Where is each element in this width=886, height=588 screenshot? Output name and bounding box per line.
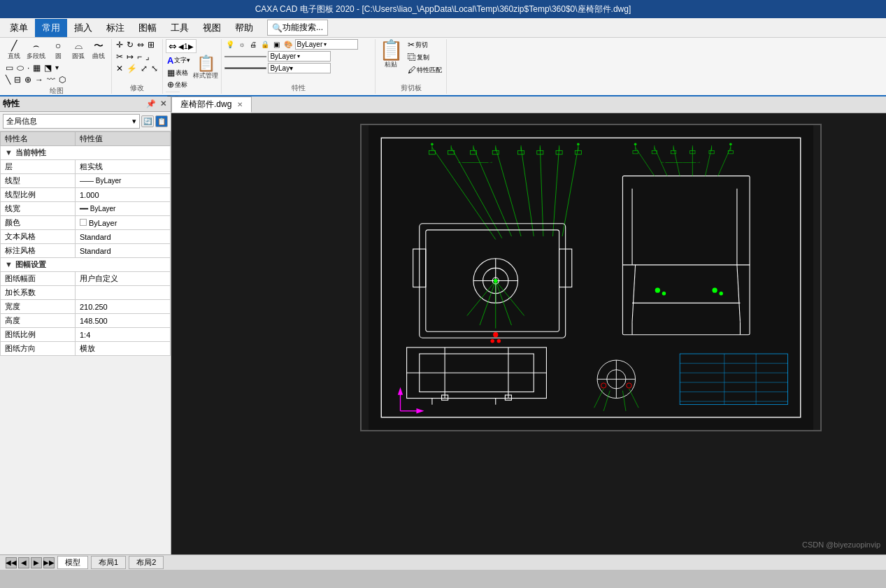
layout-tab-model[interactable]: 模型 [57,556,88,569]
tool-copy[interactable]: ⿻ 复制 [406,52,443,63]
nav-first[interactable]: ◀◀ [6,557,17,568]
layout-tab-1[interactable]: 布局1 [91,556,126,569]
properties-group-label: 特性 [224,83,372,94]
tool-move[interactable]: ✛ [115,39,124,50]
status-bar: ◀◀ ◀ ▶ ▶▶ 模型 布局1 布局2 [0,554,886,570]
cad-canvas[interactable]: ←——————→ ←———————→ [360,124,822,431]
prop-val-linetype[interactable]: —— ByLayer [75,174,170,188]
menu-item-menu[interactable]: 菜单 [3,19,35,37]
tool-center[interactable]: ⊕ [23,74,33,85]
tool-rotate[interactable]: ↻ [125,39,135,50]
tool-delete[interactable]: ✕ [115,63,124,74]
tool-style-manage[interactable]: 📋 样式管理 [193,55,218,82]
tool-trim[interactable]: ✂ [115,51,124,62]
doc-tab-close[interactable]: ✕ [237,101,243,108]
prop-val-ltscale[interactable]: 1.000 [75,188,170,202]
panel-pin-icon[interactable]: 📌 [145,98,157,110]
panel-dropdown-select[interactable]: 全局信息 ▾ [3,114,140,129]
section-current: ▼当前特性 [1,146,171,160]
tool-region[interactable]: ⬔ [43,62,53,73]
tool-printer[interactable]: 🖨 [248,40,258,49]
clipboard-group-label: 剪切板 [378,83,443,94]
menu-item-tools[interactable]: 工具 [164,19,196,37]
prop-val-orient[interactable]: 横放 [75,342,170,356]
tool-fillet[interactable]: ⌐ [136,51,143,62]
paste-icon: 📋 [379,41,403,60]
layer-combo[interactable]: ByLayer ▾ [295,39,358,50]
tool-polyline[interactable]: ⌢ 多段线 [24,39,48,62]
menu-item-view[interactable]: 视图 [196,19,228,37]
tool-mirror[interactable]: ⇔ [136,39,145,50]
tool-parallel[interactable]: ⊟ [13,74,22,85]
col-value: 特性值 [75,132,170,146]
tool-coord[interactable]: ⊕ 坐标 [166,79,192,90]
tool-text[interactable]: A 文字▾ [166,55,192,66]
panel-btn-1[interactable]: 🔄 [141,115,154,127]
prop-val-layer[interactable]: 粗实线 [75,160,170,174]
tool-arc[interactable]: ⌓ 圆弧 [69,39,88,62]
tool-chamfer[interactable]: ⌟ [144,51,151,62]
tool-sun[interactable]: ☼ [237,40,246,49]
menu-item-annotate[interactable]: 标注 [99,19,131,37]
tool-circle[interactable]: ○ 圆 [48,39,68,62]
tool-draw-more[interactable]: ▾ [54,62,60,73]
menu-item-help[interactable]: 帮助 [228,19,260,37]
tool-point[interactable]: · [26,62,31,73]
nav-last[interactable]: ▶▶ [43,557,55,568]
menu-item-common[interactable]: 常用 [35,19,67,37]
prop-val-papersize[interactable]: 用户自定义 [75,272,170,286]
menu-item-frame[interactable]: 图幅 [131,19,164,37]
prop-name-extend: 加长系数 [1,286,76,300]
tool-polygon[interactable]: ⬡ [57,74,67,85]
line-icon: ╱ [11,40,17,52]
tool-table[interactable]: ▦ 表格 [166,67,192,78]
ribbon-group-draw: ╱ 直线 ⌢ 多段线 ○ 圆 ⌓ 圆弧 [1,39,112,94]
tool-hatch[interactable]: ▦ [31,62,42,73]
tool-array[interactable]: ⊞ [146,39,156,50]
tool-extend[interactable]: ↦ [125,51,135,62]
tool-match-prop[interactable]: 🖊 特性匹配 [406,64,443,76]
prop-val-scale[interactable]: 1:4 [75,328,170,342]
linewidth-value: ByLay▾ [270,64,293,72]
tool-layer-sq[interactable]: ▣ [272,40,281,49]
doc-tab-main[interactable]: 座椅部件.dwg ✕ [171,96,252,113]
tool-cut[interactable]: ✂ 剪切 [406,39,443,50]
canvas-area[interactable]: ←——————→ ←———————→ CSDN @biyezuopinvip [171,113,886,554]
panel-dropdown-area: 全局信息 ▾ 🔄 📋 [0,112,171,131]
prop-val-lw[interactable]: ━━ ByLayer [75,202,170,216]
prop-val-textstyle[interactable]: Standard [75,230,170,244]
prop-val-height[interactable]: 148.500 [75,314,170,328]
panel-btn-2-icon: 📋 [157,117,166,125]
panel-btn-2[interactable]: 📋 [155,115,168,127]
layout-tab-2[interactable]: 布局2 [129,556,164,569]
tool-layer-color[interactable]: 🎨 [283,40,294,49]
main-area: 特性 📌 ✕ 全局信息 ▾ 🔄 📋 特性名 特性值 [0,96,886,554]
menu-item-insert[interactable]: 插入 [67,19,99,37]
tool-line[interactable]: ╱ 直线 [4,39,24,62]
linewidth-combo[interactable]: ByLay▾ [268,63,331,73]
tool-scale[interactable]: ⤡ [150,63,159,74]
prop-val-dimstyle[interactable]: Standard [75,244,170,258]
linetype-combo[interactable]: ByLayer ▾ [268,51,331,62]
panel-close-icon[interactable]: ✕ [159,98,168,110]
tool-stretch[interactable]: ⤢ [139,63,149,74]
tool-rect[interactable]: ▭ [4,62,15,73]
tool-explode[interactable]: ⚡ [125,63,138,74]
search-label: 功能搜索... [283,22,323,34]
prop-val-extend[interactable] [75,286,170,300]
panel-header: 特性 📌 ✕ [0,96,171,112]
svg-point-81 [712,288,717,293]
tool-ellipse[interactable]: ⬭ [15,62,25,73]
tool-arrow[interactable]: → [34,74,45,85]
tool-wave[interactable]: 〰 [45,74,57,85]
tool-paste[interactable]: 📋 粘贴 [378,39,403,71]
tool-lock[interactable]: 🔒 [259,40,271,49]
nav-next[interactable]: ▶ [31,557,42,568]
function-search[interactable]: 🔍 功能搜索... [267,20,328,36]
tool-curve[interactable]: 〜 曲线 [89,39,108,62]
tool-light[interactable]: 💡 [224,40,236,49]
prop-val-color[interactable]: ByLayer [75,216,170,230]
prop-val-width[interactable]: 210.250 [75,300,170,314]
nav-prev[interactable]: ◀ [18,557,29,568]
tool-line2[interactable]: ╲ [4,74,12,85]
